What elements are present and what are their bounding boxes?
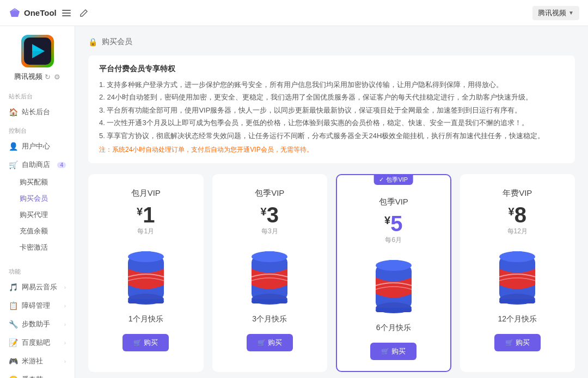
- plan-quarterly-currency: ¥: [261, 203, 267, 220]
- plan-monthly-price: 1: [143, 203, 155, 227]
- plans-grid: 包月VIP ¥ 1 每1月: [88, 174, 575, 372]
- plan-halfyear-title: 包季VIP: [379, 197, 408, 207]
- plan-card-quarterly: 包季VIP ¥ 3 每3月: [212, 174, 328, 372]
- plan-monthly-currency: ¥: [137, 203, 143, 220]
- topbar-right: 腾讯视频 ▼: [532, 6, 579, 20]
- plan-monthly-illustration: [121, 247, 170, 307]
- info-list-item-5: 5. 享享官方协议，彻底解决状态经常失效问题，让任务运行不间断，分布式服务器全天…: [99, 129, 564, 142]
- sidebar-item-auto-shop[interactable]: 🛒 自助商店 4: [0, 156, 75, 174]
- app-container: OneTool 腾讯视频 ▼: [0, 0, 588, 378]
- sidebar-item-barrier[interactable]: 📋 障碍管理 ›: [0, 296, 75, 315]
- netease-arrow-icon: ›: [64, 284, 66, 290]
- step-helper-icon: 🔧: [9, 320, 17, 329]
- plan-quarterly-price: 3: [267, 203, 279, 227]
- buy-button-quarterly[interactable]: 🛒 购买: [247, 334, 293, 351]
- topbar-brand: OneTool: [24, 8, 57, 17]
- sidebar: 腾讯视频 ↻ ⚙ 站长后台 🏠 站长后台 控制台 👤: [0, 26, 75, 378]
- buy-label-yearly: 购买: [516, 338, 530, 348]
- plan-halfyear-illustration: [369, 256, 418, 315]
- sidebar-sub-card-activate[interactable]: 卡密激活: [0, 239, 75, 256]
- sidebar-item-miyou[interactable]: 🎮 米游社 ›: [0, 352, 75, 370]
- plan-halfyear-badge: ✓包季VIP: [373, 175, 413, 185]
- sidebar-item-iqiyi[interactable]: 😊 爱奇艺 ›: [0, 370, 75, 378]
- cart-icon-halfyear: 🛒: [381, 348, 389, 355]
- topbar: OneTool 腾讯视频 ▼: [0, 0, 588, 26]
- info-list-item-2: 2. 24小时自动签到，密码使用加密，更安全、更稳定，我们选用了全国优质服务器，…: [99, 91, 564, 103]
- auto-shop-badge: 4: [57, 162, 66, 168]
- plan-halfyear-price-row: ¥ 5: [384, 212, 402, 236]
- buy-label-monthly: 购买: [144, 338, 158, 348]
- info-list-item-3: 3. 平台所有功能全部可用，使用VIP服务器，快人一步，以同步更新最快最新协议，…: [99, 104, 564, 116]
- buy-button-monthly[interactable]: 🛒 购买: [122, 334, 169, 351]
- plan-quarterly-period: 每3月: [261, 227, 278, 236]
- auto-shop-label: 自助商店: [22, 160, 50, 170]
- backstage-section-label: 站长后台: [0, 87, 75, 103]
- sidebar-item-backstage[interactable]: 🏠 站长后台: [0, 103, 75, 121]
- sidebar-sub-buy-config[interactable]: 购买配额: [0, 174, 75, 190]
- svg-rect-26: [499, 299, 535, 303]
- topbar-left: OneTool: [9, 7, 89, 19]
- svg-rect-2: [62, 10, 71, 11]
- edit-icon[interactable]: [78, 8, 89, 18]
- buy-button-halfyear[interactable]: 🛒 购买: [370, 343, 416, 360]
- sidebar-sub-recharge[interactable]: 充值余额: [0, 223, 75, 239]
- netease-music-icon: 🎵: [9, 283, 17, 292]
- cart-icon-quarterly: 🛒: [258, 339, 266, 346]
- platform-name: 腾讯视频: [538, 8, 566, 18]
- miyou-arrow-icon: ›: [64, 358, 66, 364]
- plan-card-yearly: 年费VIP ¥ 8 每12月: [460, 174, 575, 372]
- svg-rect-4: [62, 15, 71, 16]
- sidebar-sub-buy-vip[interactable]: 购买会员: [0, 190, 75, 207]
- plan-yearly-title: 年费VIP: [503, 188, 532, 199]
- tencent-video-logo-icon: [24, 38, 51, 65]
- platform-selector[interactable]: 腾讯视频 ▼: [532, 6, 579, 20]
- plan-card-halfyear: ✓包季VIP 包季VIP ¥ 5 每6月: [336, 174, 451, 372]
- barrier-icon: 📋: [9, 301, 17, 310]
- plan-halfyear-product: 6个月快乐: [376, 323, 411, 333]
- sidebar-platform-name: 腾讯视频 ↻ ⚙: [14, 72, 60, 82]
- refresh-icon[interactable]: ↻: [45, 73, 51, 81]
- plan-halfyear-currency: ¥: [384, 212, 390, 229]
- control-section-label: 控制台: [0, 121, 75, 137]
- netease-music-label: 网易云音乐: [22, 282, 57, 292]
- user-center-icon: 👤: [9, 142, 17, 151]
- info-card-title: 平台付费会员专享特权: [99, 64, 564, 74]
- sidebar-item-baidu-tieba[interactable]: 📝 百度贴吧 ›: [0, 333, 75, 352]
- baidu-tieba-icon: 📝: [9, 338, 17, 347]
- svg-rect-17: [264, 251, 275, 258]
- plan-yearly-period: 每12月: [507, 227, 528, 236]
- plan-quarterly-illustration: [245, 247, 294, 307]
- sidebar-platform-action-icons: ↻ ⚙: [45, 73, 60, 81]
- buy-label-halfyear: 购买: [391, 346, 406, 356]
- topbar-icons: [61, 8, 89, 18]
- sidebar-item-user-center[interactable]: 👤 用户中心: [0, 137, 75, 156]
- sidebar-logo-area: 腾讯视频 ↻ ⚙: [0, 26, 75, 87]
- baidu-arrow-icon: ›: [64, 340, 66, 346]
- function-section-label: 功能: [0, 262, 75, 278]
- plan-monthly-period: 每1月: [137, 227, 154, 236]
- plan-quarterly-title: 包季VIP: [255, 188, 284, 199]
- info-card-note: 注：系统24小时自动处理订单，支付后自动为您开通VIP会员，无需等待。: [99, 145, 564, 154]
- cart-icon-yearly: 🛒: [505, 339, 513, 346]
- sidebar-item-netease-music[interactable]: 🎵 网易云音乐 ›: [0, 278, 75, 296]
- menu-icon[interactable]: [61, 8, 72, 18]
- platform-arrow-icon: ▼: [568, 10, 574, 16]
- plan-yearly-product: 12个月快乐: [498, 314, 537, 324]
- svg-rect-12: [140, 251, 151, 258]
- auto-shop-icon: 🛒: [9, 160, 17, 169]
- onetool-logo-icon: [9, 7, 21, 19]
- plan-monthly-product: 1个月快乐: [128, 314, 163, 324]
- sidebar-item-step-helper[interactable]: 🔧 步数助手 ›: [0, 315, 75, 333]
- barrier-label: 障碍管理: [22, 301, 50, 311]
- settings-icon[interactable]: ⚙: [54, 73, 60, 81]
- plan-yearly-currency: ¥: [509, 203, 514, 220]
- plan-yearly-price-row: ¥ 8: [509, 203, 526, 227]
- miyou-icon: 🎮: [9, 357, 17, 365]
- sidebar-sub-buy-agent[interactable]: 购买代理: [0, 207, 75, 223]
- page-title: 购买会员: [102, 37, 132, 47]
- buy-button-yearly[interactable]: 🛒 购买: [494, 334, 541, 351]
- plan-card-monthly: 包月VIP ¥ 1 每1月: [88, 174, 204, 372]
- main-layout: 腾讯视频 ↻ ⚙ 站长后台 🏠 站长后台 控制台 👤: [0, 26, 588, 378]
- content-area: 🔒 购买会员 平台付费会员专享特权 1. 支持多种账户登录方式，进一步保护您的账…: [75, 26, 588, 378]
- svg-rect-16: [252, 299, 287, 303]
